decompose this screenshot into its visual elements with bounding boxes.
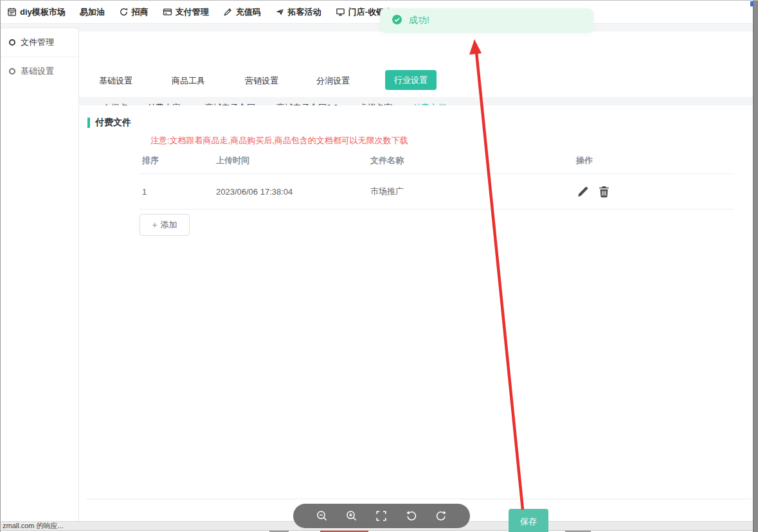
nav-item-yijiayou[interactable]: 易加油 bbox=[80, 6, 105, 18]
check-circle-icon bbox=[392, 14, 402, 28]
add-button[interactable]: + 添加 bbox=[140, 214, 190, 236]
tab-marketing-settings[interactable]: 营销设置 bbox=[245, 75, 278, 87]
table-row: 1 2023/06/06 17:38:04 市场推广 bbox=[140, 174, 734, 209]
section-title: 付费文件 bbox=[95, 117, 131, 129]
monitor-icon bbox=[336, 7, 345, 17]
status-bar-text: zmall.com 的响应... bbox=[3, 521, 64, 531]
zoom-in-icon[interactable] bbox=[345, 510, 358, 522]
nav-item-label: 支付管理 bbox=[176, 6, 209, 18]
nav-item-label: 易加油 bbox=[80, 6, 105, 18]
fullscreen-icon[interactable] bbox=[375, 510, 388, 522]
section-accent-bar bbox=[87, 118, 90, 128]
bottom-edge-line bbox=[1, 530, 758, 531]
zoom-out-icon[interactable] bbox=[316, 510, 329, 522]
cell-file-name: 市场推广 bbox=[368, 186, 573, 197]
tab-industry-settings-active[interactable]: 行业设置 bbox=[385, 70, 437, 90]
plane-icon bbox=[275, 7, 285, 17]
scroll-edge-mark bbox=[750, 1, 753, 6]
nav-item-label: diy模板市场 bbox=[20, 6, 66, 18]
calendar-icon bbox=[7, 7, 17, 17]
column-header-file-name: 文件名称 bbox=[368, 155, 573, 166]
notice-text: 注意:文档跟着商品走,商品购买后,商品包含的文档都可以无限次数下载 bbox=[150, 135, 408, 146]
top-navigation: diy模板市场 易加油 招商 支付管理 充值码 拓客活动 门店-收银台 bbox=[1, 1, 754, 24]
add-button-label: 添加 bbox=[161, 219, 177, 231]
circle-icon bbox=[9, 39, 15, 46]
success-toast: 成功! bbox=[380, 8, 593, 33]
nav-item-recharge-code[interactable]: 充值码 bbox=[223, 6, 261, 18]
plus-icon: + bbox=[152, 220, 157, 230]
cell-upload-time: 2023/06/06 17:38:04 bbox=[213, 187, 368, 197]
cell-actions bbox=[573, 185, 734, 199]
column-header-upload-time: 上传时间 bbox=[213, 155, 368, 166]
toast-message: 成功! bbox=[409, 15, 429, 26]
column-header-actions: 操作 bbox=[573, 155, 734, 166]
admin-settings-page: diy模板市场 易加油 招商 支付管理 充值码 拓客活动 门店-收银台 bbox=[0, 0, 758, 532]
nav-item-payment-management[interactable]: 支付管理 bbox=[163, 6, 209, 18]
nav-item-customer-activity[interactable]: 拓客活动 bbox=[275, 6, 321, 18]
nav-item-label: 招商 bbox=[132, 6, 149, 18]
nav-item-label: 充值码 bbox=[236, 6, 261, 18]
tab-product-tools[interactable]: 商品工具 bbox=[172, 75, 205, 87]
nav-item-diy-template-market[interactable]: diy模板市场 bbox=[7, 6, 66, 18]
circle-icon bbox=[9, 68, 15, 75]
rotate-ccw-icon[interactable] bbox=[405, 510, 418, 522]
section-header: 付费文件 bbox=[87, 117, 131, 129]
sidebar-item-label: 文件管理 bbox=[21, 37, 54, 48]
content-card: 付费文件 注意:文档跟着商品走,商品购买后,商品包含的文档都可以无限次数下载 排… bbox=[86, 105, 752, 499]
image-viewer-toolbar bbox=[293, 504, 470, 528]
sidebar-item-file-management[interactable]: 文件管理 bbox=[1, 28, 78, 57]
sidebar-item-basic-settings[interactable]: 基础设置 bbox=[1, 57, 78, 85]
save-button[interactable]: 保存 bbox=[509, 509, 548, 532]
sidebar: 文件管理 基础设置 bbox=[1, 28, 79, 521]
card-icon bbox=[163, 7, 172, 17]
nav-item-label: 拓客活动 bbox=[288, 6, 321, 18]
nav-item-zhaoshang[interactable]: 招商 bbox=[119, 6, 149, 18]
tab-profit-settings[interactable]: 分润设置 bbox=[316, 75, 350, 87]
refresh-icon bbox=[119, 7, 129, 17]
pen-icon bbox=[223, 7, 233, 17]
delete-icon[interactable] bbox=[597, 185, 611, 199]
edit-icon[interactable] bbox=[576, 185, 590, 199]
tab-basic-settings[interactable]: 基础设置 bbox=[99, 75, 132, 87]
column-header-sort: 排序 bbox=[140, 155, 213, 166]
tabs-card: 基础设置 商品工具 营销设置 分润设置 行业设置 自提点 付费内容 商城电子合同… bbox=[86, 31, 752, 97]
sidebar-item-label: 基础设置 bbox=[21, 66, 54, 77]
vertical-scrollbar[interactable] bbox=[753, 1, 758, 532]
page-background-band bbox=[1, 24, 758, 31]
table-header-row: 排序 上传时间 文件名称 操作 bbox=[140, 148, 734, 174]
rotate-cw-icon[interactable] bbox=[435, 510, 447, 522]
cell-sort: 1 bbox=[140, 187, 213, 197]
files-table: 排序 上传时间 文件名称 操作 1 2023/06/06 17:38:04 市场… bbox=[140, 148, 734, 209]
